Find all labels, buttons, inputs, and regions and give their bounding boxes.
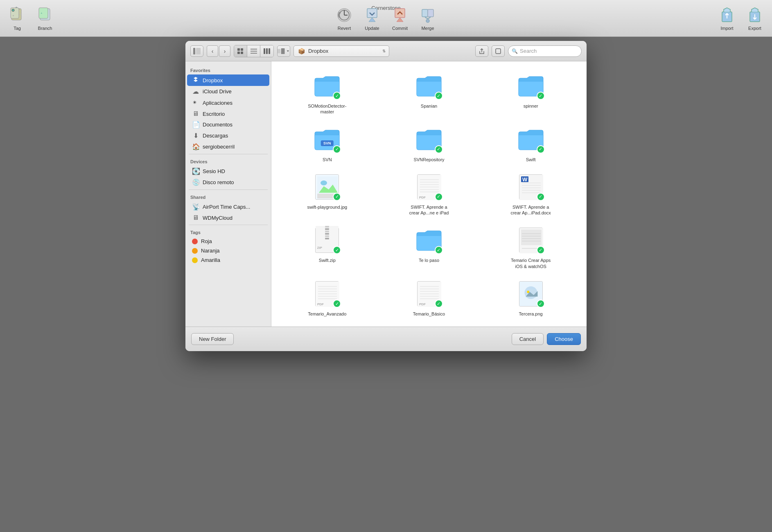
toolbar-item-import[interactable]: Import [718,6,736,31]
cancel-button[interactable]: Cancel [512,333,544,345]
files-grid: ✓ SOMotionDetector-master ✓ Spanian [276,66,582,322]
list-item[interactable]: ✓ SOMotionDetector-master [278,68,377,118]
search-icon: 🔍 [512,48,518,54]
sidebar-item-naranja[interactable]: Naranja [187,246,269,255]
search-placeholder: Search [520,48,537,54]
file-name: Spanian [421,103,437,109]
list-item[interactable]: ✓ Swift [481,122,580,166]
file-icon-wrap: SVN ✓ [312,125,342,154]
nav-buttons: ‹ › [207,45,230,57]
footer-action-buttons: Cancel Choose [512,333,581,345]
commit-label: Commit [392,26,408,31]
nav-back-button[interactable]: ‹ [207,45,218,57]
sidebar-item-aplicaciones[interactable]: ✳ Aplicaciones [187,97,269,108]
svn-badge: SVN [321,140,334,146]
import-label: Import [720,26,733,31]
sidebar-item-sergiobecerril[interactable]: 🏠 sergiobecerril [187,141,269,152]
sidebar-item-label-sesio-hd: Sesio HD [203,168,225,174]
toolbar-center: Revert Update Commit [335,6,437,31]
file-icon-wrap: PDF ✓ [312,279,342,309]
check-badge: ✓ [435,92,443,100]
dialog-body: Favorites Dropbox ☁ iCloud Drive ✳ [185,61,587,327]
share-button[interactable] [475,45,488,57]
toolbar-item-merge[interactable]: Merge [419,6,437,31]
tags-label: Tags [185,227,271,237]
toolbar-item-branch[interactable]: + Branch [36,6,54,31]
list-item[interactable]: ✓ SVNRepository [380,122,479,166]
svg-point-20 [426,19,429,23]
file-icon-wrap: ✓ [516,125,546,154]
path-dropdown[interactable]: 📦 Dropbox ⇅ [293,45,389,57]
svg-rect-16 [395,9,405,18]
sidebar-item-descargas[interactable]: ⬇ Descargas [187,130,269,141]
update-label: Update [365,26,379,31]
branch-label: Branch [38,26,52,31]
sidebar-item-airport[interactable]: 📡 AirPort Time Caps... [187,201,269,212]
file-name: Te lo paso [419,257,439,263]
list-item[interactable]: PDF ✓ Temario_Avanzado [278,276,377,320]
svg-rect-19 [428,9,433,17]
check-badge: ✓ [537,300,545,308]
list-item[interactable]: ✓ Temario Crear Apps iOS & watchOS [481,222,580,273]
list-item[interactable]: ZIP ✓ Swift.zip [278,222,377,273]
sidebar-item-escritorio[interactable]: 🖥 Escritorio [187,108,269,119]
search-box[interactable]: 🔍 Search [508,45,582,57]
sidebar-item-sesio-hd[interactable]: 💽 Sesio HD [187,166,269,177]
sidebar-item-disco-remoto[interactable]: 💿 Disco remoto [187,177,269,188]
svg-rect-38 [281,48,285,54]
svg-rect-25 [193,48,195,54]
sidebar-item-dropbox[interactable]: Dropbox [187,74,269,86]
file-icon-wrap: ✓ [414,71,444,101]
sidebar-item-roja[interactable]: Roja [187,237,269,246]
column-view-button[interactable] [260,45,273,57]
toolbar-item-tag[interactable]: + Tag [8,6,26,31]
svg-rect-66 [325,228,330,230]
toolbar-item-revert[interactable]: Revert [335,6,353,31]
nas-icon: 🖥 [192,214,199,221]
list-item[interactable]: PDF ✓ Temario_Básico [380,276,479,320]
sidebar-item-icloud[interactable]: ☁ iCloud Drive [187,86,269,97]
svg-rect-65 [325,226,330,228]
file-name: Swift [526,157,536,162]
toolbar-item-commit[interactable]: Commit [391,6,409,31]
list-item[interactable]: ✓ spinner [481,68,580,118]
icon-view-button[interactable] [234,45,247,57]
revert-icon [335,6,353,24]
hd-icon: 💽 [192,167,199,175]
nav-forward-button[interactable]: › [219,45,230,57]
tag-icon: + [8,6,26,24]
svg-rect-69 [325,236,330,237]
list-item[interactable]: PDF ✓ SWIFT. Aprende a crear Ap...ne e i… [380,169,479,219]
file-name: SWIFT. Aprende a crear Ap...ne e iPad [409,204,449,216]
svg-rect-27 [237,48,240,51]
sidebar-item-documentos[interactable]: 📄 Documentos [187,119,269,130]
choose-button[interactable]: Choose [547,333,581,345]
list-item[interactable]: ✓ Spanian [380,68,479,118]
documents-icon: 📄 [192,121,199,128]
list-item[interactable]: W ✓ SWIFT. Aprende a crear Ap...iPad.doc… [481,169,580,219]
toolbar-item-export[interactable]: Export [746,6,764,31]
file-name: Temario_Básico [413,311,445,317]
path-label: Dropbox [308,48,328,54]
sidebar-item-amarilla[interactable]: Amarilla [187,255,269,265]
list-item[interactable]: ✓ swift-playground.jpg [278,169,377,219]
list-view-button[interactable] [247,45,260,57]
tag-action-button[interactable] [492,45,505,57]
list-item[interactable]: ✓ Te lo paso [380,222,479,273]
sidebar-item-label-documentos: Documentos [203,122,233,128]
check-badge: ✓ [333,193,341,201]
svg-rect-29 [237,52,240,54]
sidebar-item-label-escritorio: Escritorio [203,111,225,117]
file-icon-wrap: ✓ [312,172,342,202]
sidebar-toggle-button[interactable] [190,45,203,57]
svg-rect-34 [264,48,265,54]
file-icon-wrap: ✓ [516,225,546,255]
cover-flow-button[interactable] [277,45,290,57]
toolbar-item-update[interactable]: Update [363,6,381,31]
list-item[interactable]: SVN ✓ SVN [278,122,377,166]
svg-point-98 [527,291,529,293]
new-folder-button[interactable]: New Folder [191,333,234,345]
commit-icon [391,6,409,24]
sidebar-item-wdmycloud[interactable]: 🖥 WDMyCloud [187,212,269,223]
list-item[interactable]: ✓ Tercera.png [481,276,580,320]
